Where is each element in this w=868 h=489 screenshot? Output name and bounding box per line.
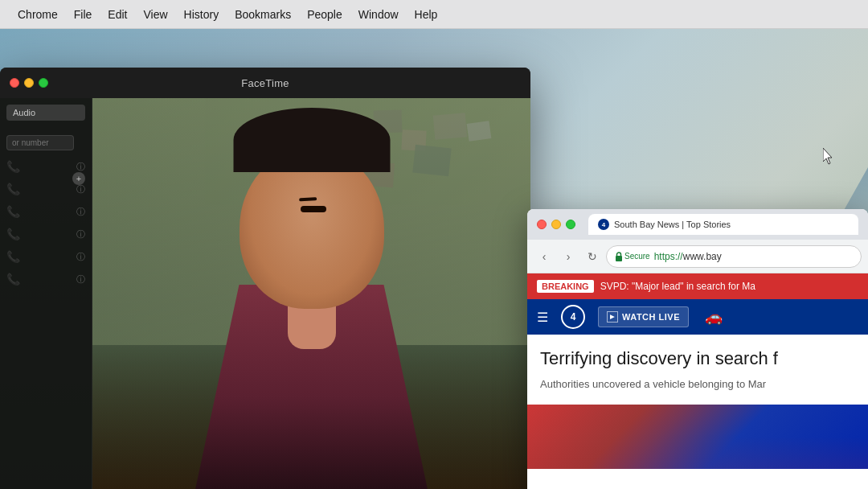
info-icon[interactable]: ⓘ <box>76 273 85 286</box>
phone-icon: 📞 <box>6 160 20 173</box>
menu-history[interactable]: History <box>176 5 227 24</box>
phone-icon: 📞 <box>6 250 20 263</box>
phone-number-input[interactable] <box>6 135 74 150</box>
facetime-titlebar: FaceTime <box>0 68 530 98</box>
info-icon[interactable]: ⓘ <box>76 161 85 173</box>
news-navbar: ☰ 4 ▶ WATCH LIVE 🚗 <box>527 299 868 335</box>
news-logo: 4 <box>561 305 585 329</box>
add-contact-button[interactable]: + <box>72 172 85 185</box>
breaking-label: BREAKING <box>537 280 594 293</box>
traffic-lights <box>10 78 48 88</box>
contact-row: 📞 ⓘ <box>0 245 92 268</box>
phone-icon: 📞 <box>6 205 20 218</box>
news-headline: Terrifying discovery in search f <box>540 347 855 371</box>
menu-chrome[interactable]: Chrome <box>10 5 66 24</box>
forward-button[interactable]: › <box>558 246 579 267</box>
contact-row: 📞 ⓘ <box>0 268 92 290</box>
chrome-tab[interactable]: 4 South Bay News | Top Stories <box>588 214 858 235</box>
chrome-close-button[interactable] <box>537 220 547 229</box>
menu-edit[interactable]: Edit <box>100 5 135 24</box>
contact-row: 📞 ⓘ <box>0 223 92 245</box>
desktop: FaceTime Audio + 📞 ⓘ 📞 ⓘ 📞 ⓘ 📞 <box>0 29 868 489</box>
news-image <box>527 405 868 469</box>
news-content: Terrifying discovery in search f Authori… <box>527 335 868 405</box>
menu-bookmarks[interactable]: Bookmarks <box>227 5 299 24</box>
info-icon[interactable]: ⓘ <box>76 228 85 240</box>
facetime-sidebar: Audio + 📞 ⓘ 📞 ⓘ 📞 ⓘ 📞 ⓘ <box>0 98 92 489</box>
fullscreen-button[interactable] <box>39 78 48 88</box>
menu-people[interactable]: People <box>299 5 350 24</box>
chrome-minimize-button[interactable] <box>551 220 561 229</box>
secure-label: Secure <box>624 252 650 261</box>
info-icon[interactable]: ⓘ <box>76 251 85 263</box>
address-bar[interactable]: Secure https://www.bay <box>606 245 862 268</box>
svg-rect-0 <box>616 256 622 261</box>
watch-live-button[interactable]: ▶ WATCH LIVE <box>598 306 689 327</box>
mouse-cursor <box>823 148 836 166</box>
phone-icon: 📞 <box>6 228 20 240</box>
url-display: https://www.bay <box>654 251 722 262</box>
menu-help[interactable]: Help <box>407 5 446 24</box>
menu-file[interactable]: File <box>66 5 100 24</box>
audio-button[interactable]: Audio <box>6 105 85 121</box>
info-icon[interactable]: ⓘ <box>76 206 85 218</box>
phone-icon: 📞 <box>6 183 20 195</box>
phone-icon: 📞 <box>6 273 20 286</box>
chrome-titlebar: 4 South Bay News | Top Stories <box>527 209 868 240</box>
chrome-traffic-lights <box>537 220 575 229</box>
secure-icon: Secure <box>615 252 650 261</box>
close-button[interactable] <box>10 78 19 88</box>
menu-view[interactable]: View <box>135 5 175 24</box>
chrome-fullscreen-button[interactable] <box>566 220 575 229</box>
facetime-title: FaceTime <box>241 77 289 89</box>
facetime-window: FaceTime Audio + 📞 ⓘ 📞 ⓘ 📞 ⓘ 📞 <box>0 68 530 489</box>
hamburger-icon[interactable]: ☰ <box>537 310 548 325</box>
contact-row: 📞 ⓘ <box>0 200 92 223</box>
refresh-button[interactable]: ↻ <box>582 246 603 267</box>
back-button[interactable]: ‹ <box>534 246 555 267</box>
chrome-window: 4 South Bay News | Top Stories ‹ › ↻ Sec… <box>527 209 868 489</box>
news-subtext: Authorities uncovered a vehicle belongin… <box>540 377 855 392</box>
minimize-button[interactable] <box>24 78 34 88</box>
menu-bar: Chrome File Edit View History Bookmarks … <box>0 0 868 29</box>
menu-window[interactable]: Window <box>350 5 407 24</box>
chrome-omnibar: ‹ › ↻ Secure https://www.bay <box>527 240 868 273</box>
favicon: 4 <box>598 219 609 230</box>
breaking-text: SVPD: "Major lead" in search for Ma <box>600 281 755 292</box>
breaking-news-bar: BREAKING SVPD: "Major lead" in search fo… <box>527 273 868 299</box>
tab-title: South Bay News | Top Stories <box>614 220 731 229</box>
play-icon: ▶ <box>607 311 618 323</box>
